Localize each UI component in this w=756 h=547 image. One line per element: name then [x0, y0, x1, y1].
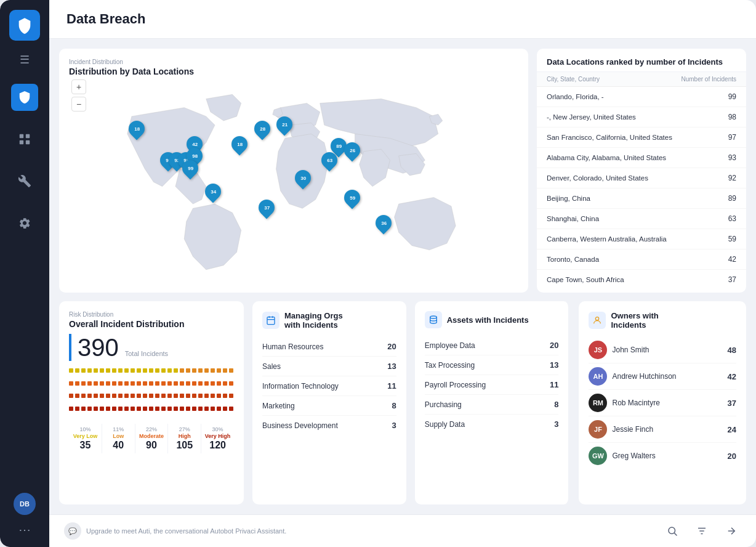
svg-rect-2 [20, 140, 23, 144]
org-name: Sales [262, 362, 281, 371]
risk-dot [137, 407, 141, 411]
owner-name: Jessie Finch [612, 425, 722, 434]
map-pin[interactable]: 34 [205, 184, 221, 200]
map-controls: + − [71, 79, 86, 111]
owner-name: John Smith [612, 346, 722, 354]
asset-row: Purchasing 8 [425, 395, 559, 415]
risk-subtitle: Risk Distribution [69, 311, 234, 318]
org-count: 3 [392, 421, 396, 430]
owner-name: Andrew Hutchinson [612, 372, 722, 381]
sidebar: ☰ DB [0, 0, 49, 547]
assets-card: Assets with Incidents Employee Data 20 T… [415, 301, 571, 504]
risk-dot [124, 394, 129, 398]
filter-button[interactable] [692, 521, 712, 541]
location-row: Denver, Colorado, United States 92 [537, 168, 746, 188]
risk-dot [217, 381, 221, 386]
owner-name: Rob Macintyre [612, 399, 722, 407]
risk-dot [94, 407, 98, 411]
risk-dot [217, 368, 221, 373]
search-button[interactable] [662, 521, 682, 541]
filter-icon [696, 525, 707, 537]
location-name: Canberra, Western Australia, Australia [547, 235, 667, 243]
hamburger-menu[interactable]: ☰ [20, 53, 30, 67]
zoom-out-button[interactable]: − [71, 97, 86, 111]
risk-dot [75, 368, 79, 373]
location-count: 92 [728, 174, 736, 182]
map-pin[interactable]: 21 [276, 116, 292, 132]
svg-rect-0 [20, 134, 23, 138]
locations-title: Data Locations ranked by number of Incid… [537, 49, 746, 72]
map-pin[interactable]: 59 [344, 190, 360, 206]
map-pin[interactable]: 30 [295, 170, 311, 186]
risk-dot [137, 394, 141, 398]
location-count: 99 [728, 92, 736, 101]
map-subtitle: Incident Distribution [69, 59, 518, 65]
risk-dot [131, 381, 135, 386]
nav-item-wrench[interactable] [11, 168, 38, 195]
nav-item-shield[interactable] [11, 84, 38, 111]
risk-dot [87, 381, 92, 386]
risk-dot [94, 368, 98, 373]
map-pin[interactable]: 26 [344, 142, 360, 158]
risk-dot [186, 407, 190, 411]
owners-list: JS John Smith 48 AH Andrew Hutchinson 42… [589, 337, 736, 469]
bottom-section: Risk Distribution Overall Incident Distr… [59, 301, 746, 504]
risk-dot [229, 381, 233, 386]
map-pin[interactable]: 28 [254, 121, 270, 137]
chat-bubble-icon: 💬 [64, 522, 81, 540]
risk-dot [112, 407, 116, 411]
user-avatar[interactable]: DB [14, 493, 36, 515]
risk-dot [81, 381, 86, 386]
page-header: Data Breach [49, 0, 756, 39]
map-pin[interactable]: 37 [259, 200, 275, 216]
asset-count: 13 [550, 360, 558, 370]
risk-dot [81, 368, 86, 373]
risk-dot [198, 394, 203, 398]
risk-dot [211, 394, 215, 398]
risk-dot [174, 394, 178, 398]
export-button[interactable] [722, 521, 741, 541]
location-row: Alabama City, Alabama, United States 93 [537, 148, 746, 168]
risk-dot [155, 368, 159, 373]
assets-title: Assets with Incidents [447, 315, 529, 325]
map-pin[interactable]: 99 [182, 160, 198, 176]
map-pin[interactable]: 36 [376, 215, 392, 231]
location-count: 93 [728, 153, 736, 162]
risk-dot [131, 368, 135, 373]
risk-segment: 30% Very High 120 [201, 424, 234, 453]
map-title: Distribution by Data Locations [69, 67, 518, 76]
risk-dot [106, 407, 110, 411]
risk-segment: 22% Moderate 90 [135, 424, 169, 453]
risk-dot [124, 407, 129, 411]
map-pin[interactable]: 18 [231, 136, 247, 152]
org-row: Business Development 3 [262, 416, 396, 435]
top-section: Incident Distribution Distribution by Da… [59, 49, 746, 293]
risk-card: Risk Distribution Overall Incident Distr… [59, 301, 244, 504]
nav-item-dashboard[interactable] [11, 126, 38, 153]
asset-row: Tax Processing 13 [425, 355, 559, 375]
map-pin[interactable]: 18 [129, 121, 145, 137]
nav-item-settings[interactable] [11, 209, 38, 237]
org-name: Human Resources [262, 342, 323, 351]
zoom-in-button[interactable]: + [71, 79, 86, 94]
location-name: Shanghai, China [547, 215, 599, 222]
org-name: Marketing [262, 402, 295, 410]
risk-dot [143, 368, 147, 373]
map-pin[interactable]: 63 [321, 152, 337, 168]
owner-count: 42 [728, 372, 736, 381]
map-card: Incident Distribution Distribution by Da… [59, 49, 528, 293]
risk-dot [94, 394, 98, 398]
risk-dot [174, 407, 178, 411]
location-count: 98 [728, 113, 736, 121]
risk-dot [131, 407, 135, 411]
risk-dot [198, 368, 203, 373]
risk-dot [124, 381, 129, 386]
risk-dot [211, 381, 215, 386]
owner-row: RM Rob Macintyre 37 [589, 390, 736, 416]
risk-dot [211, 368, 215, 373]
risk-dot [149, 368, 153, 373]
risk-dot [75, 381, 79, 386]
risk-dot [155, 407, 159, 411]
more-options[interactable]: ⋯ [18, 522, 31, 537]
asset-count: 8 [554, 400, 558, 409]
